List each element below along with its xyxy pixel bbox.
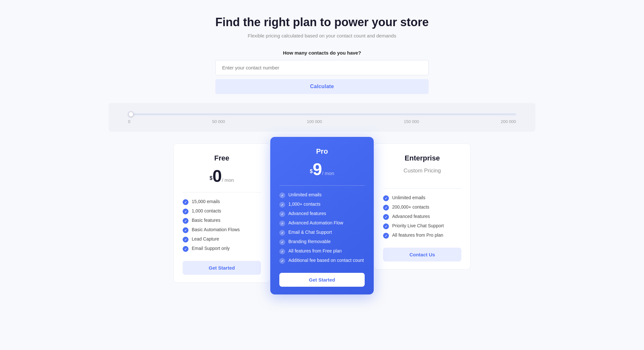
check-icon (383, 223, 389, 229)
check-icon (383, 233, 389, 239)
contacts-label: How many contacts do you have? (283, 50, 361, 56)
list-item: 200,000+ contacts (383, 204, 461, 211)
input-section: Calculate (215, 60, 429, 94)
pro-divider (279, 185, 365, 186)
check-icon (279, 258, 285, 264)
enterprise-plan-name: Enterprise (383, 154, 461, 162)
list-item: Advanced features (279, 211, 365, 217)
list-item: 1,000+ contacts (279, 201, 365, 208)
list-item: All features from Free plan (279, 248, 365, 254)
list-item: Priority Live Chat Support (383, 223, 461, 229)
enterprise-feature-list: Unlimited emails 200,000+ contacts Advan… (383, 195, 461, 239)
list-item: All features from Pro plan (383, 232, 461, 239)
free-price-amount: 0 (212, 167, 222, 185)
check-icon (279, 202, 285, 208)
check-icon (183, 246, 188, 252)
enterprise-cta-button[interactable]: Contact Us (383, 248, 461, 262)
check-icon (183, 218, 188, 224)
check-icon (383, 214, 389, 220)
list-item: Lead Capture (183, 236, 261, 242)
check-icon (279, 239, 285, 245)
list-item: Advanced Automation Flow (279, 220, 365, 226)
enterprise-divider (383, 188, 461, 189)
contact-number-input[interactable] (215, 60, 429, 75)
page-subtitle: Flexible pricing calculated based on you… (248, 33, 396, 38)
free-price-period: / mon (222, 177, 234, 183)
pro-price-period: / mon (322, 170, 334, 176)
page-title: Find the right plan to power your store (215, 15, 429, 29)
list-item: 1,000 contacts (183, 208, 261, 214)
list-item: 15,000 emails (183, 199, 261, 205)
list-item: Additional fee based on contact count (279, 258, 365, 264)
list-item: Email & Chat Support (279, 230, 365, 236)
plan-card-pro: Pro $9/ mon Unlimited emails 1,000+ cont… (270, 137, 374, 294)
check-icon (279, 249, 285, 254)
list-item: Unlimited emails (279, 192, 365, 198)
list-item: Basic features (183, 218, 261, 224)
slider-section: 0 50 000 100 000 150 000 200 000 (109, 103, 535, 132)
list-item: Basic Automation Flows (183, 227, 261, 233)
check-icon (279, 211, 285, 217)
free-price-block: $0/ mon (183, 168, 261, 184)
list-item: Branding Removable (279, 239, 365, 245)
check-icon (383, 195, 389, 201)
free-plan-name: Free (183, 154, 261, 162)
slider-track: 0 50 000 100 000 150 000 200 000 (128, 111, 516, 124)
pro-price-currency: $ (310, 169, 313, 174)
list-item: Advanced features (383, 214, 461, 220)
pro-cta-button[interactable]: Get Started (279, 273, 365, 287)
slider-label-50k: 50 000 (212, 119, 225, 124)
slider-label-100k: 100 000 (307, 119, 322, 124)
check-icon (279, 221, 285, 226)
slider-label-0: 0 (128, 119, 130, 124)
pro-plan-name: Pro (279, 147, 365, 156)
slider-label-150k: 150 000 (404, 119, 419, 124)
contacts-slider[interactable] (128, 113, 516, 115)
plan-card-free: Free $0/ mon 15,000 emails 1,000 contact… (173, 143, 270, 283)
free-feature-list: 15,000 emails 1,000 contacts Basic featu… (183, 199, 261, 252)
free-cta-button[interactable]: Get Started (183, 261, 261, 275)
check-icon (183, 237, 188, 242)
check-icon (383, 205, 389, 211)
pro-feature-list: Unlimited emails 1,000+ contacts Advance… (279, 192, 365, 264)
plan-card-enterprise: Enterprise Custom Pricing Unlimited emai… (374, 143, 471, 270)
check-icon (279, 230, 285, 236)
free-divider (183, 192, 261, 192)
pro-price-amount: 9 (313, 160, 322, 179)
check-icon (183, 209, 188, 214)
free-price-currency: $ (209, 175, 212, 181)
check-icon (183, 199, 188, 205)
calculate-button[interactable]: Calculate (215, 79, 429, 94)
check-icon (183, 227, 188, 233)
check-icon (279, 192, 285, 198)
enterprise-custom-price: Custom Pricing (383, 168, 461, 174)
enterprise-price-block: Custom Pricing (383, 168, 461, 180)
list-item: Email Support only (183, 246, 261, 252)
plans-wrapper: Free $0/ mon 15,000 emails 1,000 contact… (160, 143, 484, 288)
pro-price-block: $9/ mon (279, 161, 365, 178)
slider-label-200k: 200 000 (501, 119, 516, 124)
list-item: Unlimited emails (383, 195, 461, 201)
slider-labels: 0 50 000 100 000 150 000 200 000 (128, 119, 516, 124)
